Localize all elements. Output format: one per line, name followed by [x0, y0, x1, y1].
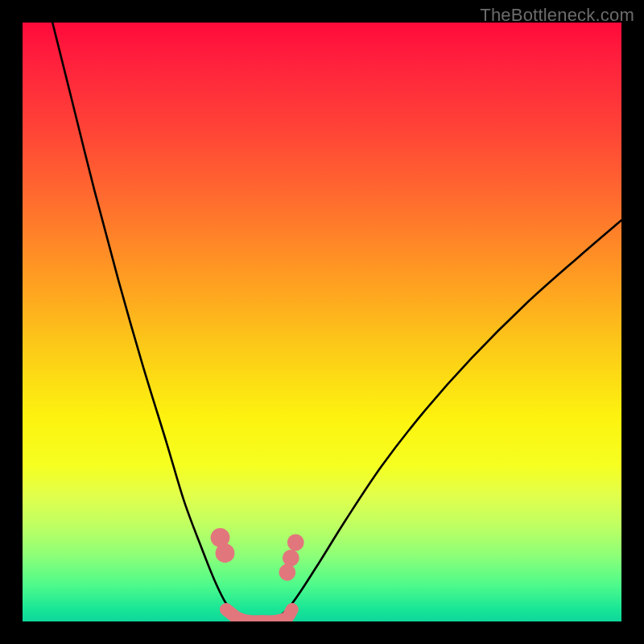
chart-frame: TheBottleneck.com	[0, 0, 644, 644]
marker-left-dot-lower	[216, 543, 235, 563]
series-valley-floor	[226, 609, 292, 621]
marker-right-dot-upper	[287, 534, 304, 551]
marker-right-dot-mid	[283, 550, 299, 567]
curve-layer	[52, 23, 621, 621]
chart-plot-area	[23, 23, 621, 621]
chart-svg	[23, 23, 621, 621]
marker-right-dot-lower	[279, 564, 295, 581]
series-right-curve	[274, 221, 621, 621]
marker-layer	[211, 528, 304, 580]
